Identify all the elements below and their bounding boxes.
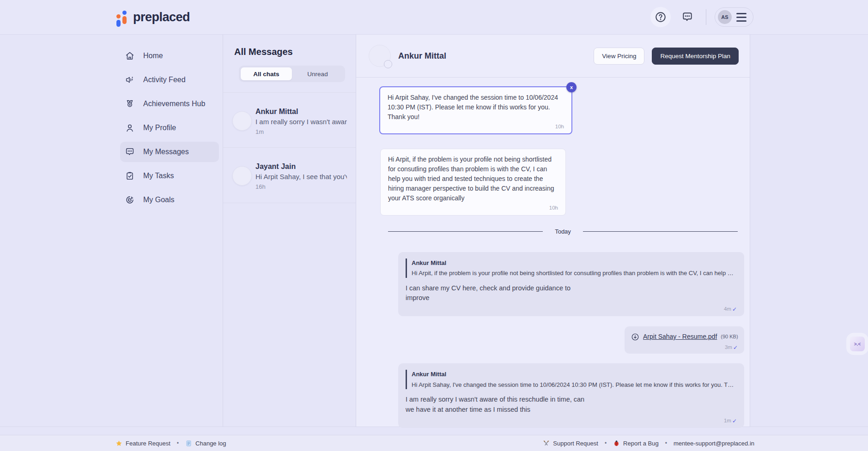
- close-pinned-button[interactable]: x: [566, 82, 577, 92]
- tab-all-chats[interactable]: All chats: [241, 67, 292, 80]
- date-divider-label: Today: [543, 228, 583, 235]
- chat-list-item-jayant-jain[interactable]: Jayant Jain Hi Arpit Sahay, I see that y…: [223, 148, 356, 203]
- support-email-label: mentee-support@preplaced.in: [674, 440, 754, 447]
- chat-icon: [125, 147, 135, 157]
- file-size: (90 KB): [721, 333, 738, 341]
- chat-time: 1m: [255, 128, 352, 135]
- chat-filter-tabs: All chats Unread: [239, 66, 345, 82]
- support-request-label: Support Request: [553, 440, 598, 447]
- report-bug-link[interactable]: Report a Bug: [613, 440, 659, 447]
- message-time: 1m: [724, 417, 731, 425]
- sidebar-item-label: Achievements Hub: [143, 100, 205, 108]
- chat-preview: Hi Arpit Sahay, I see that you'v: [255, 173, 347, 180]
- contact-name: Ankur Mittal: [398, 51, 446, 61]
- main-content: Home Activity Feed Achievements Hub: [0, 35, 868, 427]
- top-header: preplaced AS: [0, 0, 868, 35]
- footer-bar: Feature Request • Change log Support Req…: [0, 435, 868, 451]
- incoming-message: Hi Arpit, if the problem is your profile…: [380, 149, 566, 215]
- sidebar-item-label: Home: [143, 52, 163, 60]
- report-bug-label: Report a Bug: [623, 440, 659, 447]
- outgoing-message-reschedule: Ankur Mittal Hi Arpit Sahay, I've change…: [398, 363, 744, 428]
- request-mentorship-plan-button[interactable]: Request Mentorship Plan: [652, 48, 739, 65]
- file-attachment-message: Arpit Sahay - Resume.pdf (90 KB) 3m ✓: [625, 326, 744, 354]
- quoted-message[interactable]: Ankur Mittal Hi Arpit Sahay, I've change…: [406, 370, 737, 389]
- chat-header: Ankur Mittal View Pricing Request Mentor…: [356, 35, 750, 78]
- sidebar-item-my-tasks[interactable]: My Tasks: [120, 166, 219, 186]
- home-icon: [125, 51, 135, 61]
- message-scroll-area[interactable]: Hi Arpit Sahay, I've changed the session…: [356, 78, 750, 438]
- change-log-label: Change log: [195, 440, 226, 447]
- sidebar-item-label: My Messages: [143, 148, 189, 156]
- quote-author: Ankur Mittal: [412, 370, 737, 379]
- quote-text: Hi Arpit, if the problem is your profile…: [412, 269, 735, 278]
- divider-line: [388, 231, 543, 232]
- message-time: 4m: [724, 305, 731, 313]
- app-root: preplaced AS: [0, 0, 868, 451]
- sent-check-icon: ✓: [732, 305, 737, 313]
- feedback-widget-tab[interactable]: >.<: [850, 337, 865, 351]
- header-divider: [706, 9, 706, 25]
- support-request-link[interactable]: Support Request: [543, 440, 598, 447]
- change-log-link[interactable]: Change log: [185, 440, 226, 447]
- footer-separator: •: [177, 440, 179, 446]
- user-avatar: AS: [718, 10, 732, 24]
- sent-check-icon: ✓: [733, 343, 738, 352]
- incoming-message-text: Hi Arpit, if the problem is your profile…: [388, 156, 554, 202]
- help-button[interactable]: [650, 7, 671, 27]
- quoted-message[interactable]: Ankur Mittal Hi Arpit, if the problem is…: [406, 259, 737, 278]
- sidebar-item-my-goals[interactable]: My Goals: [120, 190, 219, 210]
- tab-unread[interactable]: Unread: [292, 67, 343, 80]
- target-icon: [125, 195, 135, 205]
- sidebar-item-activity-feed[interactable]: Activity Feed: [120, 70, 219, 90]
- chat-name: Jayant Jain: [255, 162, 352, 171]
- pinned-message-text: Hi Arpit Sahay, I've changed the session…: [388, 94, 558, 120]
- bug-icon: [613, 440, 620, 447]
- help-icon: [655, 11, 667, 23]
- feedback-chat-button[interactable]: [677, 7, 698, 27]
- outgoing-message-text: I am really sorry I wasn't aware of this…: [406, 395, 737, 415]
- feature-request-link[interactable]: Feature Request: [115, 440, 170, 447]
- avatar: [232, 166, 252, 186]
- medal-icon: [125, 99, 135, 109]
- sidebar-item-home[interactable]: Home: [120, 46, 219, 66]
- message-time: 3m: [725, 343, 732, 351]
- messages-list-title: All Messages: [234, 47, 356, 57]
- quote-text: Hi Arpit Sahay, I've changed the session…: [412, 380, 735, 390]
- quote-author: Ankur Mittal: [412, 259, 737, 268]
- user-icon: [125, 123, 135, 133]
- sidebar-item-label: My Tasks: [143, 172, 174, 180]
- tools-icon: [543, 440, 550, 447]
- feature-request-label: Feature Request: [126, 440, 170, 447]
- view-pricing-button[interactable]: View Pricing: [594, 48, 644, 65]
- sidebar-item-label: My Profile: [143, 124, 176, 132]
- download-icon[interactable]: [631, 333, 639, 341]
- file-name-link[interactable]: Arpit Sahay - Resume.pdf: [643, 332, 717, 342]
- brand-logo[interactable]: preplaced: [116, 9, 190, 25]
- clipboard-icon: [125, 171, 135, 181]
- chat-list-item-ankur-mittal[interactable]: Ankur Mittal I am really sorry I wasn't …: [223, 92, 356, 148]
- sidebar-item-my-messages[interactable]: My Messages: [120, 142, 219, 162]
- chat-panel: Ankur Mittal View Pricing Request Mentor…: [356, 35, 750, 427]
- status-indicator: [384, 60, 392, 68]
- chat-preview: I am really sorry I wasn't aware of this…: [255, 118, 347, 126]
- divider-line: [583, 231, 738, 232]
- contact-avatar[interactable]: [369, 45, 391, 67]
- hamburger-menu-icon: [736, 13, 747, 22]
- star-icon: [115, 440, 122, 447]
- avatar: [232, 111, 252, 131]
- support-email-link[interactable]: mentee-support@preplaced.in: [674, 440, 754, 447]
- megaphone-icon: [125, 75, 135, 85]
- pinned-message: Hi Arpit Sahay, I've changed the session…: [379, 86, 572, 134]
- sidebar-item-achievements-hub[interactable]: Achievements Hub: [120, 94, 219, 114]
- outgoing-message-cv: Ankur Mittal Hi Arpit, if the problem is…: [398, 252, 744, 317]
- profile-menu[interactable]: AS: [715, 7, 753, 27]
- outgoing-message-text: I can share my CV here, check and provid…: [406, 283, 737, 304]
- message-time: 10h: [388, 204, 558, 212]
- chat-time: 16h: [255, 183, 352, 190]
- chat-rows: Ankur Mittal I am really sorry I wasn't …: [223, 92, 356, 203]
- sidebar-item-label: Activity Feed: [143, 76, 186, 84]
- brand-logo-icon: [116, 9, 129, 25]
- sidebar-item-my-profile[interactable]: My Profile: [120, 118, 219, 138]
- footer-separator: •: [605, 440, 607, 446]
- sidebar-nav: Home Activity Feed Achievements Hub: [0, 35, 223, 427]
